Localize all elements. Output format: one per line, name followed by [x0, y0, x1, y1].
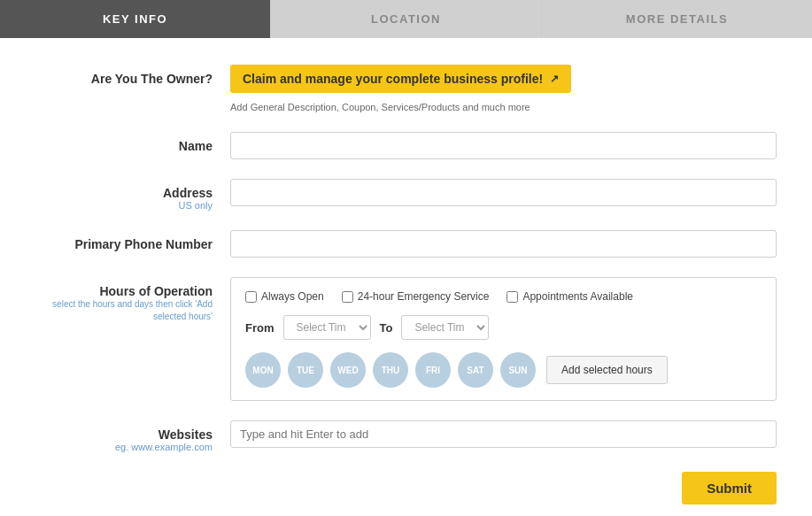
hours-time-row: From Select Tim To Select Tim: [245, 315, 762, 340]
day-fri[interactable]: FRI: [415, 352, 451, 388]
address-row: Address US only: [35, 179, 777, 211]
owner-row: Are You The Owner? Claim and manage your…: [35, 65, 777, 112]
name-label: Name: [35, 132, 230, 153]
emergency-checkbox[interactable]: [342, 291, 353, 303]
websites-field: [230, 420, 777, 448]
name-input[interactable]: [230, 132, 777, 159]
websites-input[interactable]: [230, 420, 777, 448]
to-label: To: [380, 321, 393, 335]
tab-location[interactable]: LOCATION: [271, 0, 542, 38]
form-content: Are You The Owner? Claim and manage your…: [0, 38, 812, 516]
day-sun[interactable]: SUN: [500, 352, 536, 388]
websites-row: Websites eg. www.example.com: [35, 420, 777, 452]
name-field: [230, 132, 777, 159]
days-row: MON TUE WED THU FRI SAT SUN Add selected…: [245, 352, 762, 388]
tab-bar: KEY INFO LOCATION MORE DETAILS: [0, 0, 812, 38]
to-time-select[interactable]: Select Tim: [401, 315, 489, 340]
tab-key-info[interactable]: KEY INFO: [0, 0, 271, 38]
appointments-checkbox-label[interactable]: Appointments Available: [507, 290, 633, 303]
appointments-checkbox[interactable]: [507, 291, 518, 303]
phone-input[interactable]: [230, 230, 777, 258]
submit-row: Submit: [35, 472, 777, 504]
claim-banner-text: Claim and manage your complete business …: [243, 72, 543, 86]
websites-label: Websites eg. www.example.com: [35, 420, 230, 452]
add-hours-button[interactable]: Add selected hours: [546, 356, 668, 384]
submit-button[interactable]: Submit: [682, 472, 777, 504]
phone-field: [230, 230, 777, 258]
hours-field: Always Open 24-hour Emergency Service Ap…: [230, 277, 777, 401]
claim-subtitle: Add General Description, Coupon, Service…: [230, 102, 777, 112]
hours-checkboxes: Always Open 24-hour Emergency Service Ap…: [245, 290, 762, 303]
websites-sublabel: eg. www.example.com: [35, 442, 213, 452]
phone-row: Primary Phone Number: [35, 230, 777, 258]
always-open-checkbox-label[interactable]: Always Open: [245, 290, 324, 303]
address-field: [230, 179, 777, 206]
phone-label: Primary Phone Number: [35, 230, 230, 251]
external-link-icon: ↗: [550, 73, 559, 85]
hours-label: Hours of Operation select the hours and …: [35, 277, 230, 323]
name-row: Name: [35, 132, 777, 159]
address-label: Address US only: [35, 179, 230, 211]
from-label: From: [245, 321, 275, 335]
emergency-checkbox-label[interactable]: 24-hour Emergency Service: [342, 290, 490, 303]
day-sat[interactable]: SAT: [458, 352, 493, 388]
day-thu[interactable]: THU: [373, 352, 408, 388]
address-sublabel: US only: [35, 200, 213, 211]
emergency-label: 24-hour Emergency Service: [358, 290, 490, 303]
day-tue[interactable]: TUE: [288, 352, 323, 388]
day-wed[interactable]: WED: [330, 352, 366, 388]
appointments-label: Appointments Available: [522, 290, 633, 303]
owner-label: Are You The Owner?: [35, 65, 230, 86]
hours-sublabel: select the hours and days then click 'Ad…: [35, 298, 213, 323]
from-time-select[interactable]: Select Tim: [283, 315, 371, 340]
hours-container: Always Open 24-hour Emergency Service Ap…: [230, 277, 777, 401]
always-open-checkbox[interactable]: [245, 291, 257, 303]
page-container: KEY INFO LOCATION MORE DETAILS Are You T…: [0, 0, 812, 516]
tab-more-details[interactable]: MORE DETAILS: [542, 0, 812, 38]
always-open-label: Always Open: [261, 290, 324, 303]
address-input[interactable]: [230, 179, 777, 206]
claim-banner[interactable]: Claim and manage your complete business …: [230, 65, 571, 93]
day-mon[interactable]: MON: [245, 352, 281, 388]
hours-row: Hours of Operation select the hours and …: [35, 277, 777, 401]
owner-field: Claim and manage your complete business …: [230, 65, 777, 112]
